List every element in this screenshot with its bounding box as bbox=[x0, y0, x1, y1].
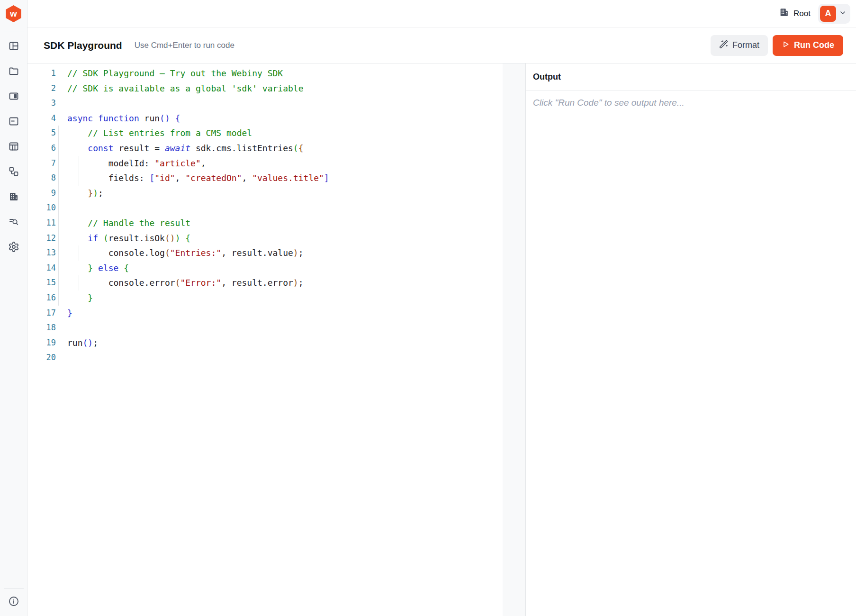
output-title: Output bbox=[526, 63, 856, 91]
line-number: 20 bbox=[27, 350, 56, 365]
code-line: 8 fields: ["id", "createdOn", "values.ti… bbox=[27, 171, 525, 186]
line-number: 17 bbox=[27, 306, 56, 321]
code-line: 15 console.error("Error:", result.error)… bbox=[27, 275, 525, 290]
code-line: 10 bbox=[27, 200, 525, 216]
browser-card-icon bbox=[8, 91, 19, 104]
output-pane: Output Click "Run Code" to see output he… bbox=[526, 63, 856, 616]
code-line: 14 } else { bbox=[27, 261, 525, 276]
line-number: 6 bbox=[27, 141, 56, 156]
indent-guide bbox=[58, 216, 59, 231]
code-line: 17} bbox=[27, 306, 525, 321]
sidebar-item-tenants[interactable] bbox=[7, 190, 21, 205]
sidebar-item-dashboard[interactable] bbox=[7, 40, 21, 54]
code-line: 1// SDK Playground — Try out the Webiny … bbox=[27, 66, 525, 81]
code-line: 12 if (result.isOk()) { bbox=[27, 231, 525, 246]
play-icon bbox=[782, 40, 790, 51]
layout-panels-icon bbox=[8, 40, 19, 54]
run-hint: Use Cmd+Enter to run code bbox=[135, 41, 234, 50]
code-line: 11 // Handle the result bbox=[27, 216, 525, 231]
run-code-label: Run Code bbox=[794, 40, 834, 50]
avatar: A bbox=[820, 6, 836, 22]
line-number: 12 bbox=[27, 231, 56, 246]
line-number: 5 bbox=[27, 126, 56, 141]
line-number: 13 bbox=[27, 245, 56, 261]
info-icon bbox=[8, 596, 19, 609]
editor-right-gutter bbox=[503, 63, 525, 616]
line-number: 7 bbox=[27, 156, 56, 171]
sidebar-bottom-divider bbox=[4, 588, 24, 589]
indent-guide bbox=[58, 261, 59, 276]
indent-guide bbox=[58, 156, 59, 171]
code-line: 6 const result = await sdk.cms.listEntri… bbox=[27, 141, 525, 156]
form-icon bbox=[8, 116, 19, 129]
code-line: 2// SDK is available as a global 'sdk' v… bbox=[27, 81, 525, 96]
line-number: 18 bbox=[27, 320, 56, 335]
workspace-label: Root bbox=[793, 9, 811, 18]
output-placeholder: Click "Run Code" to see output here... bbox=[526, 91, 856, 115]
settings-gear-icon bbox=[8, 241, 19, 254]
building-icon bbox=[779, 7, 789, 20]
format-label: Format bbox=[732, 40, 759, 50]
webiny-logo[interactable]: w bbox=[5, 5, 22, 22]
line-number: 3 bbox=[27, 96, 56, 111]
indent-guide bbox=[79, 171, 79, 186]
sidebar-item-workflows[interactable] bbox=[7, 165, 21, 180]
indent-guide bbox=[58, 141, 59, 156]
indent-guide bbox=[58, 126, 59, 141]
sidebar-item-files[interactable] bbox=[7, 65, 21, 79]
sidebar-divider bbox=[4, 31, 24, 31]
sidebar-item-cms[interactable] bbox=[7, 140, 21, 154]
line-number: 9 bbox=[27, 186, 56, 201]
indent-guide bbox=[58, 200, 59, 216]
list-search-icon bbox=[8, 216, 19, 229]
line-number: 14 bbox=[27, 261, 56, 276]
format-button[interactable]: Format bbox=[711, 35, 768, 56]
code-editor-pane: 1// SDK Playground — Try out the Webiny … bbox=[27, 63, 526, 616]
line-number: 16 bbox=[27, 290, 56, 306]
code-line: 18 bbox=[27, 320, 525, 335]
wand-sparkles-icon bbox=[719, 40, 728, 51]
code-line: 13 console.log("Entries:", result.value)… bbox=[27, 245, 525, 261]
code-line: 4async function run() { bbox=[27, 111, 525, 126]
run-code-button[interactable]: Run Code bbox=[773, 35, 843, 56]
line-number: 1 bbox=[27, 66, 56, 81]
line-number: 8 bbox=[27, 171, 56, 186]
building-icon bbox=[8, 191, 19, 204]
code-line: 9 }); bbox=[27, 186, 525, 201]
indent-guide bbox=[79, 245, 79, 261]
line-number: 4 bbox=[27, 111, 56, 126]
sidebar: w bbox=[0, 0, 27, 616]
code-line: 19run(); bbox=[27, 335, 525, 351]
account-menu[interactable]: A bbox=[818, 4, 850, 24]
indent-guide bbox=[58, 275, 59, 290]
sidebar-item-settings[interactable] bbox=[7, 241, 21, 255]
sidebar-item-forms[interactable] bbox=[7, 115, 21, 129]
line-number: 10 bbox=[27, 200, 56, 216]
sidebar-item-info[interactable] bbox=[7, 595, 21, 609]
table-icon bbox=[8, 141, 19, 154]
code-line: 16 } bbox=[27, 290, 525, 306]
code-line: 3 bbox=[27, 96, 525, 111]
line-number: 15 bbox=[27, 275, 56, 290]
indent-guide bbox=[58, 231, 59, 246]
indent-guide bbox=[58, 245, 59, 261]
workflow-icon bbox=[8, 166, 19, 179]
code-line: 7 modelId: "article", bbox=[27, 156, 525, 171]
indent-guide bbox=[58, 186, 59, 201]
folder-icon bbox=[8, 65, 19, 79]
line-number: 2 bbox=[27, 81, 56, 96]
indent-guide bbox=[58, 171, 59, 186]
workspace-selector[interactable]: Root bbox=[779, 7, 811, 20]
indent-guide bbox=[79, 156, 79, 171]
code-editor[interactable]: 1// SDK Playground — Try out the Webiny … bbox=[27, 63, 525, 365]
topbar: Root A bbox=[27, 0, 856, 27]
line-number: 11 bbox=[27, 216, 56, 231]
indent-guide bbox=[58, 290, 59, 306]
page-header: SDK Playground Use Cmd+Enter to run code… bbox=[27, 27, 856, 63]
code-line: 5 // List entries from a CMS model bbox=[27, 126, 525, 141]
page-title: SDK Playground bbox=[44, 40, 122, 51]
code-line: 20 bbox=[27, 350, 525, 365]
sidebar-item-pages[interactable] bbox=[7, 90, 21, 104]
logo-letter: w bbox=[10, 9, 17, 19]
sidebar-item-audit-logs[interactable] bbox=[7, 216, 21, 230]
